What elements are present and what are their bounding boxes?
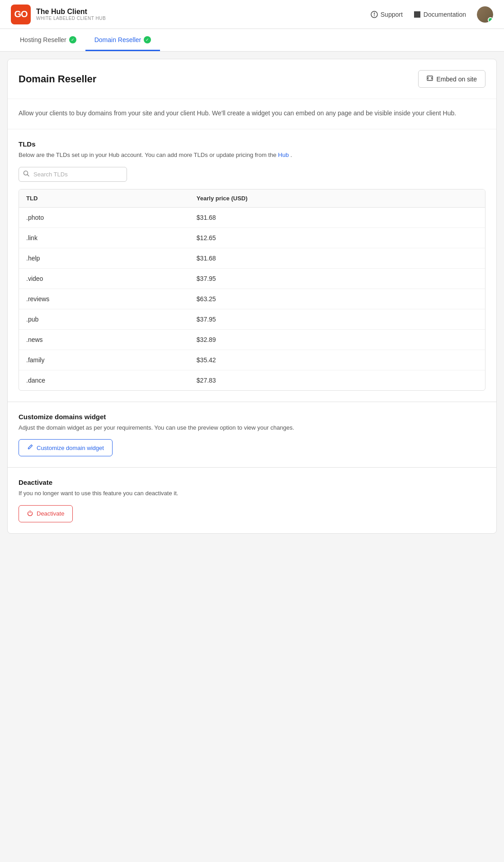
price-column-header: Yearly price (USD) [189,189,485,208]
customize-button-label: Customize domain widget [37,445,104,451]
hub-link[interactable]: Hub [278,152,289,158]
header: GO The Hub Client WHITE LABELED CLIENT H… [0,0,504,29]
price-cell: $32.89 [189,329,485,350]
tab-hosting-reseller[interactable]: Hosting Reseller ✓ [11,29,85,51]
domain-reseller-description: Allow your clients to buy domains from y… [8,99,496,129]
deactivate-description: If you no longer want to use this featur… [19,489,485,498]
tld-column-header: TLD [19,189,189,208]
table-row: .news $32.89 [19,329,485,350]
customize-description: Adjust the domain widget as per your req… [19,423,485,432]
table-row: .pub $37.95 [19,309,485,329]
tabs-bar: Hosting Reseller ✓ Domain Reseller ✓ [0,29,504,52]
tlds-subtitle: Below are the TLDs set up in your Hub ac… [19,151,485,160]
price-cell: $63.25 [189,289,485,309]
embed-icon [427,75,433,83]
documentation-icon [414,11,421,18]
hosting-reseller-check-icon: ✓ [69,36,76,43]
tab-hosting-reseller-label: Hosting Reseller [20,36,66,43]
tld-cell: .pub [19,309,189,329]
domain-reseller-header: Domain Reseller Embed on site [8,59,496,99]
tlds-title: TLDs [19,140,485,148]
power-icon [27,510,33,517]
table-row: .help $31.68 [19,248,485,268]
table-row: .video $37.95 [19,268,485,289]
price-cell: $35.42 [189,350,485,370]
content-area: Hosting Reseller ✓ Domain Reseller ✓ Dom… [0,29,504,534]
tld-search-container [19,167,127,182]
price-cell: $31.68 [189,248,485,268]
app-title-block: The Hub Client WHITE LABELED CLIENT HUB [36,8,106,21]
customize-title: Customize domains widget [19,413,485,421]
deactivate-section: Deactivate If you no longer want to use … [8,468,496,533]
domain-reseller-check-icon: ✓ [144,36,151,43]
user-avatar[interactable] [477,6,493,23]
tld-cell: .video [19,268,189,289]
table-row: .dance $27.83 [19,370,485,390]
app-logo: GO [11,5,31,24]
page-title: Domain Reseller [19,73,96,85]
customize-domain-widget-button[interactable]: Customize domain widget [19,439,113,456]
search-tlds-input[interactable] [19,167,127,182]
search-icon [23,171,29,178]
tld-cell: .photo [19,207,189,227]
deactivate-button-label: Deactivate [37,510,64,517]
app-name: The Hub Client [36,8,106,16]
tld-cell: .family [19,350,189,370]
table-row: .family $35.42 [19,350,485,370]
tlds-section: TLDs Below are the TLDs set up in your H… [8,129,496,402]
main-card: Domain Reseller Embed on site Allow your… [7,59,497,534]
tld-table-body: .photo $31.68 .link $12.65 .help $31.68 … [19,207,485,390]
svg-line-6 [28,175,29,176]
tld-cell: .dance [19,370,189,390]
tld-cell: .news [19,329,189,350]
deactivate-button[interactable]: Deactivate [19,505,73,522]
price-cell: $27.83 [189,370,485,390]
header-nav: Support Documentation [371,6,493,23]
price-cell: $12.65 [189,227,485,248]
svg-point-2 [374,15,375,16]
tlds-subtitle-text: Below are the TLDs set up in your Hub ac… [19,152,278,158]
support-label: Support [381,11,403,18]
header-left: GO The Hub Client WHITE LABELED CLIENT H… [11,5,106,24]
table-row: .link $12.65 [19,227,485,248]
customize-section: Customize domains widget Adjust the doma… [8,402,496,468]
tab-domain-reseller-label: Domain Reseller [94,36,141,43]
support-nav-item[interactable]: Support [371,11,403,18]
tld-table: TLD Yearly price (USD) .photo $31.68 .li… [19,189,485,390]
price-cell: $37.95 [189,268,485,289]
description-text: Allow your clients to buy domains from y… [19,109,456,117]
tld-cell: .help [19,248,189,268]
documentation-nav-item[interactable]: Documentation [414,11,466,18]
price-cell: $37.95 [189,309,485,329]
tld-table-wrapper: TLD Yearly price (USD) .photo $31.68 .li… [19,189,485,391]
tld-cell: .reviews [19,289,189,309]
table-row: .reviews $63.25 [19,289,485,309]
avatar-status-badge [488,17,493,23]
app-subtitle: WHITE LABELED CLIENT HUB [36,16,106,21]
price-cell: $31.68 [189,207,485,227]
embed-on-site-label: Embed on site [437,76,477,83]
table-row: .photo $31.68 [19,207,485,227]
tlds-subtitle-end: . [291,152,292,158]
svg-rect-3 [414,11,420,18]
tab-domain-reseller[interactable]: Domain Reseller ✓ [85,29,160,51]
tld-table-scroll[interactable]: TLD Yearly price (USD) .photo $31.68 .li… [19,189,485,390]
documentation-label: Documentation [424,11,466,18]
embed-on-site-button[interactable]: Embed on site [418,70,486,88]
tld-cell: .link [19,227,189,248]
table-header-row: TLD Yearly price (USD) [19,189,485,208]
deactivate-title: Deactivate [19,478,485,486]
pencil-icon [27,444,33,451]
support-icon [371,11,378,18]
